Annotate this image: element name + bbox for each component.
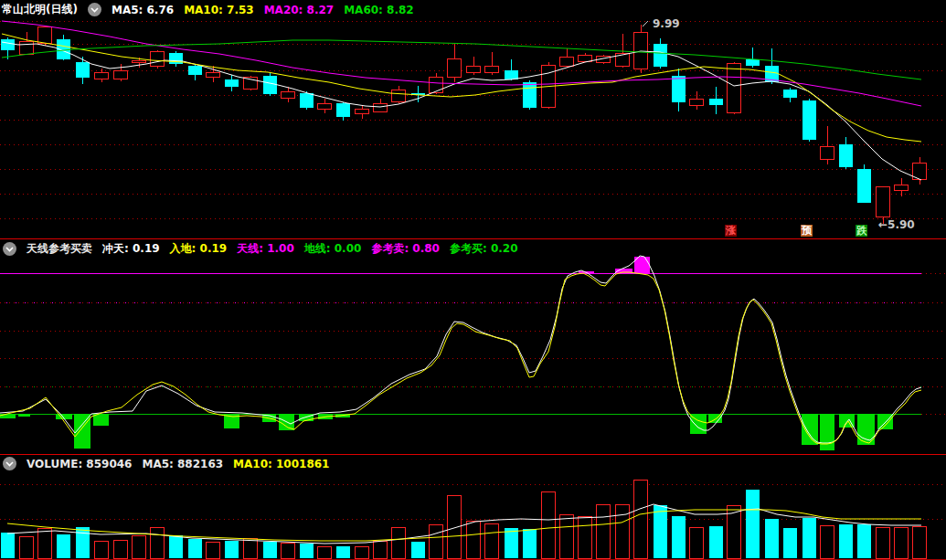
volume-bar-up: [95, 541, 109, 558]
volume-bar-up: [485, 523, 499, 558]
volume-bar-up: [616, 504, 630, 558]
candle-body-up: [95, 73, 109, 79]
volume-bar-up: [877, 527, 890, 558]
indicator-green-bar: [802, 414, 818, 445]
legend-item: 入地: 0.19: [170, 241, 228, 257]
volume-bar-down: [839, 524, 853, 558]
candle-body-up: [151, 52, 165, 67]
volume-bar-up: [133, 535, 146, 558]
stock-title: 常山北明(日线): [2, 2, 78, 17]
candle-body-up: [895, 185, 909, 190]
volume-bar-down: [783, 528, 797, 558]
volume-panel-header: VOLUME: 859046MA5: 882163MA10: 1001861: [3, 457, 349, 470]
candle-body-up: [448, 59, 462, 78]
chevron-down-icon[interactable]: [3, 242, 16, 256]
legend-item: MA5: 882163: [142, 458, 223, 470]
volume-bar-down: [654, 505, 667, 558]
candle-body-down: [654, 44, 667, 67]
candle-body-up: [485, 67, 499, 73]
signal-badge: 预: [801, 225, 813, 237]
volume-bar-down: [263, 542, 277, 558]
legend-item: 地线: 0.00: [304, 241, 362, 257]
candle-body-up: [20, 42, 34, 54]
volume-bar-up: [821, 525, 834, 558]
volume-bar-up: [542, 491, 556, 558]
volume-bar-down: [76, 527, 90, 558]
volume-bar-down: [169, 535, 183, 558]
legend-item: 参考买: 0.20: [450, 241, 518, 257]
candle-body-up: [634, 32, 648, 69]
candle-body-up: [392, 90, 406, 102]
stock-chart-window: 常山北明(日线) MA5: 6.76MA10: 7.53MA20: 8.27MA…: [0, 0, 946, 560]
volume-bar-down: [57, 534, 70, 558]
legend-item: MA10: 7.53: [184, 4, 254, 16]
candle-body-down: [857, 169, 871, 203]
candle-body-down: [300, 93, 314, 108]
candle-body-down: [505, 70, 518, 79]
volume-bar-up: [282, 543, 295, 558]
chevron-down-icon[interactable]: [88, 3, 101, 16]
candle-body-down: [803, 100, 816, 140]
candle-body-down: [672, 76, 686, 102]
volume-bar-up: [318, 546, 332, 558]
legend-item: MA60: 8.82: [344, 4, 414, 16]
volume-bar-up: [207, 542, 220, 558]
legend-item: VOLUME: 859046: [27, 458, 132, 470]
volume-bar-up: [690, 527, 704, 558]
volume-bar-up: [430, 524, 443, 558]
high-price-annotation: 9.99: [653, 17, 680, 30]
indicator-line-rudi: [0, 272, 921, 444]
candle-body-down: [1, 39, 15, 50]
candle-body-up: [728, 64, 741, 112]
volume-bar-down: [857, 524, 871, 558]
low-price-annotation: ←5.90: [878, 218, 915, 231]
candle-body-down: [188, 66, 202, 75]
volume-bar-up: [579, 516, 592, 558]
signal-badge: 涨: [725, 225, 737, 237]
ma-line-MA10: [2, 34, 921, 142]
candle-body-up: [877, 187, 890, 217]
candle-body-up: [356, 110, 369, 114]
chevron-down-icon[interactable]: [3, 457, 16, 470]
volume-bar-down: [505, 528, 518, 558]
ma-legend: MA5: 6.76MA10: 7.53MA20: 8.27MA60: 8.82: [112, 4, 424, 16]
indicator-legend: 冲天: 0.19入地: 0.19天线: 1.00地线: 0.00参考卖: 0.8…: [102, 241, 528, 257]
volume-bar-down: [803, 518, 816, 558]
volume-bar-up: [560, 514, 574, 558]
candle-body-down: [336, 103, 350, 117]
candle-body-down: [746, 59, 760, 66]
volume-bar-up: [20, 536, 34, 558]
volume-bar-up: [392, 527, 406, 558]
volume-bar-down: [225, 541, 239, 558]
legend-item: MA5: 6.76: [112, 4, 174, 16]
legend-item: 天线: 1.00: [237, 241, 294, 257]
volume-bar-down: [1, 533, 15, 558]
chart-canvas[interactable]: [0, 0, 946, 560]
candle-body-up: [318, 103, 332, 110]
legend-item: MA20: 8.27: [264, 4, 335, 16]
candle-body-down: [76, 62, 90, 78]
volume-bar-up: [356, 546, 369, 558]
signal-badge: 跌: [856, 225, 867, 237]
volume-bar-up: [634, 480, 648, 558]
indicator-panel-header: 天线参考买卖 冲天: 0.19入地: 0.19天线: 1.00地线: 0.00参…: [3, 241, 538, 257]
candle-body-up: [133, 60, 146, 62]
volume-bar-up: [38, 528, 52, 558]
candle-body-up: [579, 55, 592, 61]
candle-body-up: [374, 103, 388, 111]
candle-body-down: [523, 82, 537, 108]
legend-item: 参考卖: 0.80: [371, 241, 440, 257]
candle-body-up: [430, 78, 443, 93]
candle-body-up: [114, 70, 128, 79]
candle-body-up: [282, 91, 295, 98]
price-panel-header: 常山北明(日线) MA5: 6.76MA10: 7.53MA20: 8.27MA…: [2, 2, 434, 17]
indicator-line-chongtian: [0, 256, 921, 443]
candle-body-up: [467, 67, 481, 73]
indicator-green-bar: [0, 414, 16, 418]
volume-bar-up: [114, 540, 128, 558]
candle-body-down: [263, 76, 277, 94]
candle-body-up: [560, 58, 574, 67]
volume-bar-up: [374, 541, 388, 558]
candle-body-down: [783, 90, 797, 98]
indicator-green-bar: [93, 414, 109, 426]
